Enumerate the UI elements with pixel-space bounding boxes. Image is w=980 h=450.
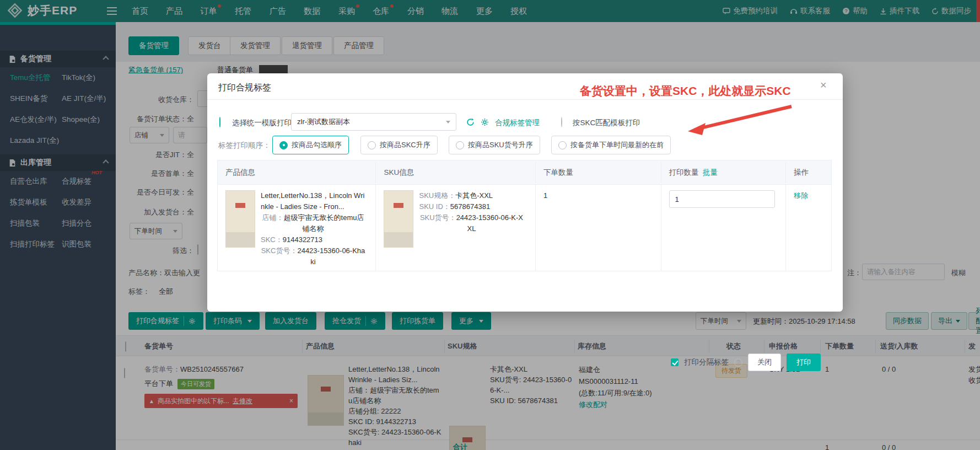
skc-value: 9144322713 bbox=[283, 235, 322, 244]
batch-link[interactable]: 批量 bbox=[703, 168, 718, 176]
red-arrow-icon bbox=[687, 102, 797, 138]
mcol-product: 产品信息 bbox=[218, 162, 376, 183]
radio-icon bbox=[456, 141, 464, 149]
gear-icon[interactable] bbox=[481, 118, 489, 126]
sku-thumbnail[interactable] bbox=[384, 190, 413, 248]
sku-spec-value: 卡其色-XXL bbox=[455, 191, 493, 200]
radio-icon bbox=[368, 141, 376, 149]
skc-template-radio[interactable] bbox=[561, 117, 562, 127]
separator-label-text: 打印分隔标签 bbox=[684, 357, 729, 367]
manage-labels-link[interactable]: 合规标签管理 bbox=[495, 118, 540, 128]
app-root: 妙手ERP 首页 产品 订单 托管 广告 数据 采购 仓库 分销 物流 更多 授… bbox=[0, 0, 980, 450]
sku-id-label: SKU ID： bbox=[419, 202, 450, 211]
shop-name: 超级宇宙无敌长的temu店铺名称 bbox=[284, 213, 364, 233]
modal-table: 产品信息 SKU信息 下单数量 打印数量 批量 操作 Letter,Letter… bbox=[217, 160, 832, 271]
print-order-label: 标签打印顺序： bbox=[218, 141, 271, 151]
template-select[interactable]: zlr-测试数据副本 bbox=[291, 113, 456, 131]
print-compliance-modal: 打印合规标签 × 备货设置中，设置SKC，此处就显示SKC 选择统一模版打印 z… bbox=[207, 73, 843, 312]
mcol-order-qty: 下单数量 bbox=[536, 162, 661, 183]
modal-table-row: Letter,LetterNo.138，Lincoln Wrinkle - La… bbox=[218, 184, 831, 271]
order-qty-value: 1 bbox=[543, 191, 547, 200]
question-icon[interactable]: ? bbox=[734, 358, 742, 367]
template-select-value: zlr-测试数据副本 bbox=[297, 117, 350, 127]
order-option-newest[interactable]: 按备货单下单时间最新的在前 bbox=[551, 136, 671, 154]
divider bbox=[207, 99, 843, 100]
skc-no-label: SKC货号： bbox=[261, 247, 298, 255]
mcol-sku: SKU信息 bbox=[376, 162, 535, 183]
modal-footer: 打印分隔标签 ? 关闭 打印 bbox=[207, 353, 832, 371]
mcol-print-qty: 打印数量 批量 bbox=[661, 162, 787, 183]
sku-no-label: SKU货号： bbox=[420, 213, 456, 222]
radio-icon bbox=[558, 141, 567, 149]
remove-link[interactable]: 移除 bbox=[794, 191, 808, 200]
print-button[interactable]: 打印 bbox=[787, 353, 821, 371]
sku-spec-label: SKU规格： bbox=[419, 191, 455, 200]
red-annotation: 备货设置中，设置SKC，此处就显示SKC bbox=[580, 83, 822, 99]
print-qty-input[interactable] bbox=[669, 190, 775, 208]
modal-table-header: 产品信息 SKU信息 下单数量 打印数量 批量 操作 bbox=[218, 160, 831, 184]
unified-template-radio[interactable] bbox=[219, 117, 220, 127]
skc-template-label[interactable]: 按SKC匹配模板打印 bbox=[573, 118, 640, 128]
unified-template-label[interactable]: 选择统一模版打印 bbox=[232, 118, 292, 128]
shop-label: 店铺： bbox=[262, 213, 284, 222]
product-title[interactable]: Letter,LetterNo.138，Lincoln Wrinkle - La… bbox=[261, 190, 365, 212]
sku-no-value: 24423-15360-06-K-XXL bbox=[456, 213, 523, 233]
order-option-checked[interactable]: 按商品勾选顺序 bbox=[272, 136, 349, 154]
chevron-down-icon bbox=[446, 121, 450, 124]
skc-label: SKC： bbox=[261, 235, 283, 244]
modal-title: 打印合规标签 bbox=[218, 82, 271, 94]
sku-id-value: 5678674381 bbox=[450, 202, 490, 211]
product-thumbnail[interactable] bbox=[225, 190, 255, 248]
order-option-skc[interactable]: 按商品SKC升序 bbox=[360, 136, 438, 154]
skc-no-value: 24423-15360-06-Khaki bbox=[297, 247, 365, 266]
mcol-action: 操作 bbox=[786, 162, 831, 183]
close-button[interactable]: 关闭 bbox=[748, 353, 781, 371]
separator-label-checkbox[interactable] bbox=[671, 358, 679, 366]
order-option-sku-no[interactable]: 按商品SKU货号升序 bbox=[449, 136, 540, 154]
refresh-icon[interactable] bbox=[466, 118, 475, 126]
radio-icon bbox=[279, 141, 288, 149]
